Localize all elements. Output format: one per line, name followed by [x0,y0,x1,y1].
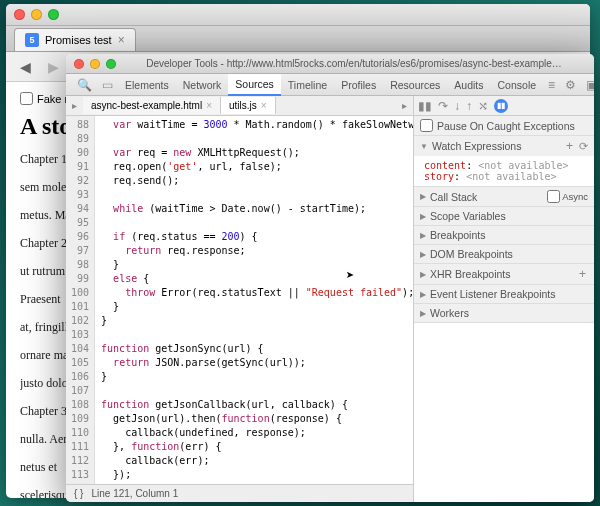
step-out-icon[interactable]: ↑ [466,99,472,113]
debugger-toolbar: ▮▮ ↷ ↓ ↑ ⤭ ▮▮ [414,96,594,116]
pause-icon[interactable]: ▮▮ [418,99,432,113]
tab-close-icon[interactable]: × [118,33,125,47]
async-label: Async [562,191,588,202]
section-label: Breakpoints [430,229,485,241]
devtools-titlebar: Developer Tools - http://www.html5rocks.… [66,54,594,74]
window-titlebar [6,4,590,26]
status-text: Line 121, Column 1 [91,488,178,499]
forward-button[interactable]: ▶ [42,56,64,78]
browser-tab[interactable]: 5 Promises test × [14,28,136,51]
file-tab-close-icon[interactable]: × [206,100,212,111]
step-over-icon[interactable]: ↷ [438,99,448,113]
workers-header[interactable]: ▶Workers [414,304,594,322]
drawer-icon[interactable]: ≡ [543,78,560,92]
tab-audits[interactable]: Audits [447,75,490,95]
chevron-right-icon: ▶ [420,309,426,318]
tab-profiles[interactable]: Profiles [334,75,383,95]
watch-section: ▼Watch Expressions+⟳ content: <not avail… [414,136,594,187]
devtools-title: Developer Tools - http://www.html5rocks.… [122,58,586,69]
xhr-bp-header[interactable]: ▶XHR Breakpoints+ [414,264,594,284]
close-icon[interactable] [14,9,25,20]
event-bp-header[interactable]: ▶Event Listener Breakpoints [414,285,594,303]
chevron-right-icon: ▶ [420,212,426,221]
mouse-cursor-icon: ➤ [346,268,354,282]
watch-value: <not available> [466,171,556,182]
tab-strip: 5 Promises test × [6,26,590,52]
file-tabs: ▸ async-best-example.html× utils.js× ▸ [66,96,413,116]
device-icon[interactable]: ▭ [97,78,118,92]
chevron-right-icon: ▶ [420,270,426,279]
favicon-icon: 5 [25,33,39,47]
inspect-icon[interactable]: 🔍 [72,78,97,92]
more-tabs-icon[interactable]: ▸ [396,100,413,111]
chevron-right-icon: ▶ [420,290,426,299]
section-label: XHR Breakpoints [430,268,511,280]
source-panel: ▸ async-best-example.html× utils.js× ▸ 8… [66,96,414,502]
file-tab[interactable]: utils.js× [221,97,276,114]
watch-item[interactable]: story: <not available> [424,171,584,182]
chevron-right-icon: ▶ [420,192,426,201]
devtools-window: Developer Tools - http://www.html5rocks.… [66,54,594,502]
watch-body: content: <not available> story: <not ava… [414,156,594,186]
section-label: Event Listener Breakpoints [430,288,556,300]
file-tab[interactable]: async-best-example.html× [83,97,221,114]
scope-header[interactable]: ▶Scope Variables [414,207,594,225]
status-bar: { } Line 121, Column 1 [66,484,413,502]
pause-caught-label: Pause On Caught Exceptions [437,120,575,132]
watch-title: Watch Expressions [432,140,521,152]
file-tab-close-icon[interactable]: × [261,100,267,111]
callstack-header[interactable]: ▶Call StackAsync [414,187,594,206]
watch-name: content [424,160,466,171]
format-icon[interactable]: { } [74,488,83,499]
tab-sources[interactable]: Sources [228,74,281,96]
tab-resources[interactable]: Resources [383,75,447,95]
tab-timeline[interactable]: Timeline [281,75,334,95]
minimize-icon[interactable] [31,9,42,20]
watch-header[interactable]: ▼Watch Expressions+⟳ [414,136,594,156]
devtools-tabs: 🔍 ▭ Elements Network Sources Timeline Pr… [66,74,594,96]
section-label: DOM Breakpoints [430,248,513,260]
minimize-icon[interactable] [90,59,100,69]
dom-bp-header[interactable]: ▶DOM Breakpoints [414,245,594,263]
watch-value: <not available> [478,160,568,171]
back-button[interactable]: ◀ [14,56,36,78]
dock-icon[interactable]: ▣ [581,78,594,92]
maximize-icon[interactable] [48,9,59,20]
section-label: Scope Variables [430,210,506,222]
section-label: Call Stack [430,191,477,203]
breakpoints-header[interactable]: ▶Breakpoints [414,226,594,244]
file-tab-label: utils.js [229,100,257,111]
close-icon[interactable] [74,59,84,69]
tab-elements[interactable]: Elements [118,75,176,95]
tab-console[interactable]: Console [491,75,544,95]
watch-name: story [424,171,454,182]
maximize-icon[interactable] [106,59,116,69]
navigator-toggle-icon[interactable]: ▸ [66,100,83,111]
chevron-down-icon: ▼ [420,142,428,151]
add-xhr-icon[interactable]: + [577,267,588,281]
debugger-sidebar: ▮▮ ↷ ↓ ↑ ⤭ ▮▮ Pause On Caught Exceptions… [414,96,594,502]
code-editor[interactable]: 8889909192939495969798991001011021031041… [66,116,413,484]
fake-delay-input[interactable] [20,92,33,105]
deactivate-bp-icon[interactable]: ⤭ [478,99,488,113]
pause-caught-checkbox[interactable] [420,119,433,132]
file-tab-label: async-best-example.html [91,100,202,111]
refresh-watch-icon[interactable]: ⟳ [579,140,588,153]
add-watch-icon[interactable]: + [564,139,575,153]
code-lines: var waitTime = 3000 * Math.random() * fa… [95,116,413,484]
tab-title: Promises test [45,34,112,46]
step-into-icon[interactable]: ↓ [454,99,460,113]
pause-exceptions-icon[interactable]: ▮▮ [494,99,508,113]
async-checkbox[interactable]: Async [547,190,588,203]
async-input[interactable] [547,190,560,203]
watch-item[interactable]: content: <not available> [424,160,584,171]
pause-caught-row: Pause On Caught Exceptions [414,116,594,136]
tab-network[interactable]: Network [176,75,229,95]
line-gutter: 8889909192939495969798991001011021031041… [66,116,95,484]
section-label: Workers [430,307,469,319]
chevron-right-icon: ▶ [420,231,426,240]
settings-icon[interactable]: ⚙ [560,78,581,92]
chevron-right-icon: ▶ [420,250,426,259]
